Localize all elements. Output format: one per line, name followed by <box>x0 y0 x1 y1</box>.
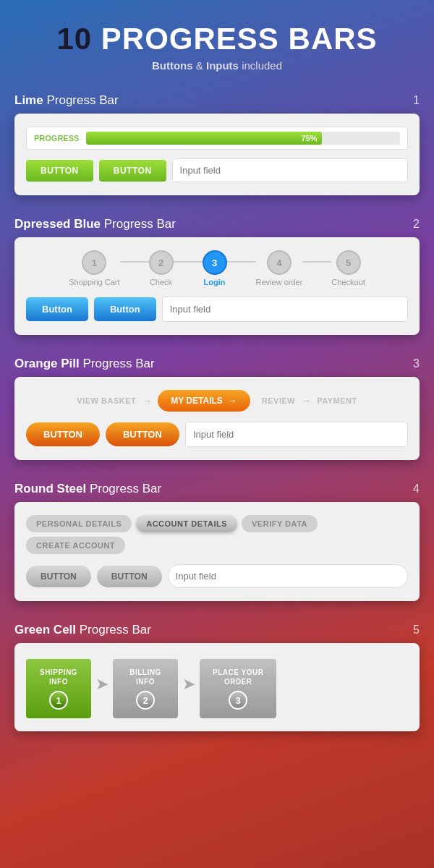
lime-bar-fill: 75% <box>86 132 321 145</box>
section-title-green-cell: Green Cell Progress Bar <box>14 623 151 637</box>
orange-arrow-active: → <box>227 395 237 407</box>
lime-controls: BUTTON BUTTON <box>26 158 408 182</box>
section-orange: Orange Pill Progress Bar 3 VIEW BASKET →… <box>14 357 420 460</box>
green-cell-badge-1: 1 <box>49 691 68 710</box>
green-cell-label-1: SHIPPINGINFO <box>39 668 78 686</box>
section-header-lime: Lime Progress Bar 1 <box>14 93 420 108</box>
card-blue: 1 Shopping Cart 2 Check 3 Login 4 Review… <box>14 237 420 335</box>
orange-arrow-1: → <box>142 395 152 407</box>
green-cell-arrow-2: ➤ <box>182 675 195 694</box>
steel-step-1: PERSONAL DETAILS <box>26 515 132 532</box>
green-cell-badge-3: 3 <box>229 691 247 710</box>
blue-connector-3 <box>227 261 256 263</box>
blue-steps: 1 Shopping Cart 2 Check 3 Login 4 Review… <box>26 250 408 286</box>
blue-step-circle-4: 4 <box>267 250 292 275</box>
page-subtitle: Buttons & Inputs included <box>14 59 420 72</box>
green-cell-step-2: BILLINGINFO 2 <box>113 659 178 718</box>
blue-step-label-2: Check <box>150 278 172 286</box>
lime-progress-label: PROGRESS <box>34 134 79 142</box>
section-green-cell: Green Cell Progress Bar 5 SHIPPINGINFO 1… <box>14 623 420 731</box>
orange-step-label-1: VIEW BASKET <box>77 396 136 405</box>
steel-step-2: ACCOUNT DETAILS <box>136 515 237 532</box>
blue-button-1[interactable]: Button <box>26 297 88 321</box>
section-num-orange: 3 <box>413 357 420 370</box>
title-text: PROGRESS BARS <box>101 22 378 56</box>
green-cell-steps: SHIPPINGINFO 1 ➤ BILLINGINFO 2 ➤ PLACE Y… <box>26 659 408 718</box>
blue-button-2[interactable]: Button <box>94 297 156 321</box>
orange-controls: BUTTON BUTTON <box>26 422 408 447</box>
blue-step-1: 1 Shopping Cart <box>69 250 119 286</box>
section-lime: Lime Progress Bar 1 PROGRESS 75% BUTTON … <box>14 93 420 195</box>
green-cell-arrow-1: ➤ <box>95 675 109 694</box>
section-title-orange: Orange Pill Progress Bar <box>14 357 155 371</box>
lime-bar-track: 75% <box>86 132 400 145</box>
section-num-steel: 4 <box>413 482 420 495</box>
blue-step-label-3: Login <box>204 278 226 286</box>
blue-connector-4 <box>302 261 331 263</box>
orange-step-label-3: REVIEW <box>262 396 295 405</box>
section-title-blue: Dpressed Blue Progress Bar <box>14 217 176 231</box>
blue-controls: Button Button <box>26 297 408 322</box>
card-steel: PERSONAL DETAILS ACCOUNT DETAILS VERIFY … <box>14 502 420 601</box>
lime-percent-label: 75% <box>302 134 318 142</box>
section-num-blue: 2 <box>413 218 420 231</box>
title-number: 10 <box>56 22 92 56</box>
blue-connector-2 <box>174 261 203 263</box>
section-title-steel: Round Steel Progress Bar <box>14 482 161 496</box>
section-title-lime: Lime Progress Bar <box>14 93 119 108</box>
card-green-cell: SHIPPINGINFO 1 ➤ BILLINGINFO 2 ➤ PLACE Y… <box>14 643 420 731</box>
steel-controls: BUTTON BUTTON <box>26 564 408 588</box>
section-steel: Round Steel Progress Bar 4 PERSONAL DETA… <box>14 482 420 601</box>
orange-button-2[interactable]: BUTTON <box>106 422 179 446</box>
blue-step-circle-3: 3 <box>203 250 227 275</box>
orange-active-label: MY DETAILS <box>171 396 223 406</box>
orange-input[interactable] <box>185 422 408 447</box>
page-header: 10 PROGRESS BARS Buttons & Inputs includ… <box>14 22 420 72</box>
steel-button-1[interactable]: BUTTON <box>26 566 91 587</box>
section-header-steel: Round Steel Progress Bar 4 <box>14 482 420 496</box>
green-cell-label-2: BILLINGINFO <box>126 668 165 686</box>
card-lime: PROGRESS 75% BUTTON BUTTON <box>14 114 420 195</box>
orange-step-active: MY DETAILS → <box>158 390 250 412</box>
orange-step-label-4: PAYMENT <box>317 396 357 405</box>
blue-step-circle-2: 2 <box>149 250 174 275</box>
card-orange: VIEW BASKET → MY DETAILS → REVIEW → PAYM… <box>14 377 420 460</box>
section-num-lime: 1 <box>413 94 420 107</box>
section-header-blue: Dpressed Blue Progress Bar 2 <box>14 217 420 231</box>
blue-step-circle-1: 1 <box>82 250 106 275</box>
blue-step-3: 3 Login <box>203 250 227 286</box>
lime-progress-wrapper: PROGRESS 75% <box>26 127 408 150</box>
steel-button-2[interactable]: BUTTON <box>97 566 162 587</box>
blue-step-4: 4 Review order <box>256 250 303 286</box>
blue-step-circle-5: 5 <box>336 250 361 275</box>
section-num-green-cell: 5 <box>413 624 420 637</box>
green-cell-badge-2: 2 <box>136 691 155 710</box>
page-title: 10 PROGRESS BARS <box>14 22 420 56</box>
green-cell-step-3: PLACE YOURORDER 3 <box>200 659 276 718</box>
orange-steps: VIEW BASKET → MY DETAILS → REVIEW → PAYM… <box>26 390 408 412</box>
section-header-orange: Orange Pill Progress Bar 3 <box>14 357 420 371</box>
blue-step-2: 2 Check <box>149 250 174 286</box>
section-blue: Dpressed Blue Progress Bar 2 1 Shopping … <box>14 217 420 335</box>
section-header-green-cell: Green Cell Progress Bar 5 <box>14 623 420 637</box>
steel-step-4: CREATE ACCOUNT <box>26 537 125 554</box>
orange-button-1[interactable]: BUTTON <box>26 422 100 446</box>
blue-step-label-5: Checkout <box>331 278 365 286</box>
orange-arrow-3: → <box>301 395 311 407</box>
lime-button-1[interactable]: BUTTON <box>26 160 93 182</box>
steel-input[interactable] <box>168 564 408 588</box>
green-cell-step-1: SHIPPINGINFO 1 <box>26 659 91 718</box>
blue-step-label-4: Review order <box>256 278 303 286</box>
blue-step-5: 5 Checkout <box>331 250 365 286</box>
steel-steps: PERSONAL DETAILS ACCOUNT DETAILS VERIFY … <box>26 515 408 554</box>
steel-step-3: VERIFY DATA <box>242 515 318 532</box>
lime-input[interactable] <box>172 158 408 182</box>
green-cell-label-3: PLACE YOURORDER <box>213 668 263 686</box>
blue-input[interactable] <box>162 297 408 322</box>
blue-step-label-1: Shopping Cart <box>69 278 119 286</box>
blue-connector-1 <box>120 261 149 263</box>
lime-button-2[interactable]: BUTTON <box>99 160 166 182</box>
